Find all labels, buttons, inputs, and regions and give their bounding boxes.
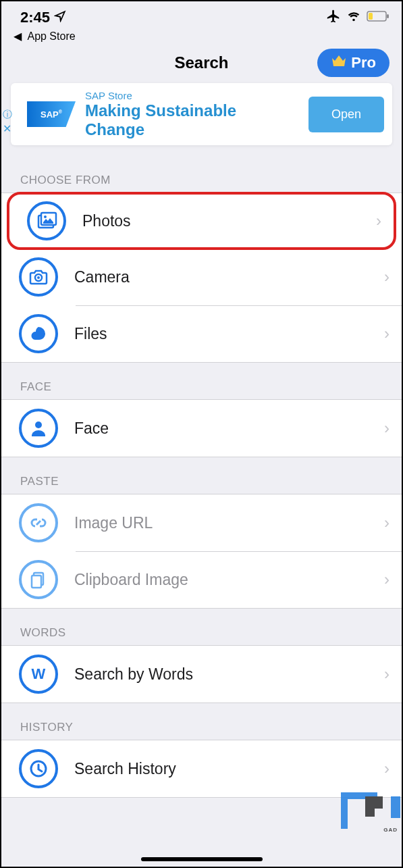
status-bar: 2:45 — [1, 1, 402, 30]
row-image-url[interactable]: Image URL › — [1, 494, 402, 551]
pro-button[interactable]: Pro — [317, 49, 389, 77]
svg-rect-2 — [387, 14, 389, 18]
row-search-history[interactable]: Search History › — [1, 740, 402, 797]
svg-point-5 — [44, 215, 47, 218]
row-image-url-label: Image URL — [74, 514, 368, 532]
airplane-mode-icon — [326, 9, 341, 26]
status-right — [326, 9, 389, 26]
sap-logo: SAP — [27, 101, 76, 127]
back-chevron-icon: ◀ — [14, 30, 22, 43]
row-camera[interactable]: Camera › — [1, 249, 402, 305]
row-search-history-label: Search History — [74, 760, 368, 778]
highlight-annotation: Photos › — [7, 192, 396, 250]
chevron-right-icon: › — [384, 419, 389, 438]
nav-bar: Search Pro — [1, 47, 402, 83]
section-header-history: HISTORY — [1, 703, 402, 740]
history-icon — [19, 749, 58, 788]
list-group-choose-from: Photos › Camera › Files › — [1, 193, 402, 363]
back-to-app[interactable]: ◀ App Store — [1, 30, 402, 47]
row-photos-label: Photos — [82, 212, 360, 230]
ad-banner[interactable]: ⓘ ✕ SAP SAP Store Making Sustainable Cha… — [11, 83, 392, 145]
row-files-label: Files — [74, 325, 368, 343]
row-face[interactable]: Face › — [1, 400, 402, 457]
section-header-paste: PASTE — [1, 457, 402, 494]
camera-icon — [19, 257, 58, 297]
svg-rect-1 — [369, 13, 373, 20]
chevron-right-icon: › — [384, 324, 389, 343]
svg-point-7 — [37, 276, 40, 279]
section-header-choose-from: CHOOSE FROM — [1, 156, 402, 193]
row-search-words-label: Search by Words — [74, 665, 368, 684]
row-camera-label: Camera — [74, 268, 368, 286]
section-header-words: WORDS — [1, 609, 402, 645]
row-files[interactable]: Files › — [1, 305, 402, 362]
ad-close-icon[interactable]: ✕ — [3, 122, 11, 135]
row-clipboard-image[interactable]: Clipboard Image › — [1, 551, 402, 608]
watermark: GAD — [341, 792, 402, 832]
row-face-label: Face — [74, 419, 368, 438]
pro-label: Pro — [351, 54, 376, 72]
wifi-icon — [346, 9, 361, 26]
chevron-right-icon: › — [384, 267, 389, 286]
row-search-words[interactable]: W Search by Words › — [1, 646, 402, 703]
list-group-paste: Image URL › Clipboard Image › — [1, 494, 402, 609]
home-indicator[interactable] — [141, 857, 263, 861]
chevron-right-icon: › — [384, 665, 389, 684]
list-group-history: Search History › — [1, 740, 402, 798]
svg-point-8 — [35, 422, 42, 428]
ad-open-button[interactable]: Open — [308, 97, 384, 132]
files-icon — [19, 314, 58, 353]
words-icon: W — [19, 655, 58, 694]
svg-rect-10 — [32, 576, 41, 588]
svg-text:W: W — [32, 665, 46, 682]
chevron-right-icon: › — [384, 570, 389, 589]
list-group-words: W Search by Words › — [1, 645, 402, 703]
status-time: 2:45 — [20, 9, 50, 26]
back-app-label: App Store — [27, 30, 75, 43]
ad-info-icon[interactable]: ⓘ — [3, 109, 12, 121]
battery-icon — [367, 11, 389, 24]
list-group-face: Face › — [1, 399, 402, 457]
link-icon — [19, 503, 58, 542]
chevron-right-icon: › — [384, 759, 389, 778]
crown-icon — [331, 54, 347, 72]
row-clipboard-label: Clipboard Image — [74, 571, 368, 589]
location-icon — [54, 9, 66, 26]
chevron-right-icon: › — [376, 211, 381, 230]
section-header-face: FACE — [1, 363, 402, 399]
chevron-right-icon: › — [384, 513, 389, 532]
row-photos[interactable]: Photos › — [9, 195, 394, 247]
face-icon — [19, 409, 58, 448]
page-title: Search — [174, 53, 228, 72]
status-time-group: 2:45 — [20, 9, 66, 26]
photos-icon — [27, 201, 66, 240]
ad-store-label: SAP Store — [85, 90, 299, 101]
ad-text: SAP Store Making Sustainable Change — [85, 90, 299, 138]
clipboard-icon — [19, 560, 58, 599]
ad-headline: Making Sustainable Change — [85, 101, 299, 138]
